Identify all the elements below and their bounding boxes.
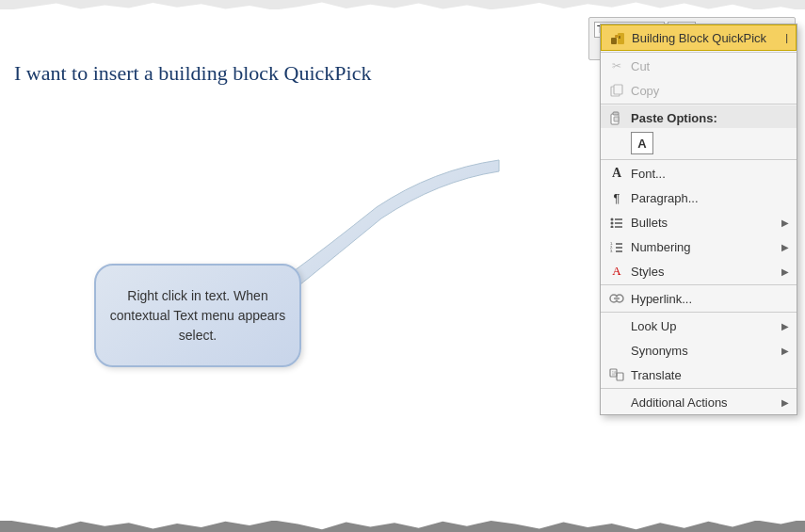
bullets-arrow: ▶ [781, 218, 789, 228]
synonyms-label: Synonyms [631, 344, 776, 358]
context-menu: Building Block QuickPick | ✂ Cut Copy [600, 24, 797, 415]
hyperlink-label: Hyperlink... [631, 292, 789, 306]
menu-item-look-up[interactable]: Look Up ▶ [601, 314, 797, 338]
cursor-indicator: | [785, 32, 788, 43]
look-up-label: Look Up [631, 319, 776, 333]
cut-icon: ✂ [608, 57, 625, 74]
svg-rect-7 [613, 112, 619, 115]
styles-icon: A [608, 263, 625, 280]
menu-item-font[interactable]: A Font... [601, 161, 797, 185]
paste-header-icon [608, 109, 625, 126]
torn-edge-bottom [0, 519, 805, 532]
svg-rect-26 [617, 373, 623, 380]
menu-item-paste-options-header: Paste Options: [601, 105, 797, 128]
menu-item-copy: Copy [601, 78, 797, 103]
paragraph-icon: ¶ [608, 189, 625, 206]
cut-label: Cut [631, 59, 789, 73]
building-block-label: Building Block QuickPick [632, 31, 780, 45]
building-block-icon [609, 29, 626, 46]
additional-actions-arrow: ▶ [781, 397, 789, 408]
svg-rect-2 [618, 33, 624, 44]
menu-item-cut: ✂ Cut [601, 54, 797, 78]
styles-arrow: ▶ [781, 266, 789, 277]
additional-actions-label: Additional Actions [631, 395, 776, 410]
numbering-icon: 1. 2. 3. [608, 238, 625, 255]
hyperlink-icon [608, 290, 625, 307]
numbering-arrow: ▶ [781, 242, 789, 252]
svg-point-10 [611, 222, 614, 225]
font-icon: A [608, 165, 625, 182]
synonyms-icon [608, 342, 625, 359]
copy-icon [608, 82, 625, 99]
paste-options-label: Paste Options: [631, 111, 789, 125]
additional-actions-icon [608, 394, 625, 411]
styles-label: Styles [631, 265, 776, 279]
separator-6 [601, 388, 797, 389]
svg-rect-0 [611, 38, 617, 44]
separator-3 [601, 159, 797, 160]
menu-item-synonyms[interactable]: Synonyms ▶ [601, 338, 797, 363]
callout-text: Right click in text. When contextual Tex… [96, 286, 299, 346]
menu-item-bullets[interactable]: Bullets ▶ [601, 210, 797, 234]
menu-item-styles[interactable]: A Styles ▶ [601, 259, 797, 283]
svg-point-11 [611, 226, 614, 229]
translate-label: Translate [631, 368, 789, 382]
bullets-label: Bullets [631, 216, 776, 230]
paragraph-label: Paragraph... [631, 191, 789, 205]
synonyms-arrow: ▶ [781, 346, 789, 356]
menu-item-paragraph[interactable]: ¶ Paragraph... [601, 185, 797, 210]
menu-item-numbering[interactable]: 1. 2. 3. Numbering ▶ [601, 234, 797, 259]
svg-text:3.: 3. [610, 249, 613, 252]
separator-4 [601, 284, 797, 285]
document-main-text: I want to insert a building block QuickP… [14, 61, 371, 86]
callout-bubble: Right click in text. When contextual Tex… [94, 264, 301, 367]
document-area: Times N ▾ 12 ▾ A▲ A▼ Aa ¶⁻ B I U ≡ abc A… [0, 9, 805, 521]
look-up-icon [608, 317, 625, 334]
paste-option-a-icon[interactable]: A [631, 132, 653, 154]
separator-5 [601, 312, 797, 313]
font-label: Font... [631, 167, 789, 181]
menu-item-hyperlink[interactable]: Hyperlink... [601, 286, 797, 311]
paste-option-a-row[interactable]: A [601, 128, 797, 158]
svg-point-9 [611, 218, 614, 221]
translate-icon: 語 [608, 366, 625, 383]
svg-rect-3 [619, 36, 620, 39]
numbering-label: Numbering [631, 240, 776, 254]
separator-1 [601, 52, 797, 53]
menu-item-additional-actions[interactable]: Additional Actions ▶ [601, 390, 797, 414]
menu-item-translate[interactable]: 語 Translate [601, 363, 797, 387]
menu-item-building-block-quickpick[interactable]: Building Block QuickPick | [601, 24, 797, 51]
svg-text:語: 語 [612, 370, 617, 376]
look-up-arrow: ▶ [781, 321, 789, 331]
separator-2 [601, 104, 797, 105]
svg-rect-5 [614, 85, 622, 94]
copy-label: Copy [631, 84, 789, 98]
svg-rect-8 [614, 117, 619, 121]
bullets-icon [608, 214, 625, 231]
